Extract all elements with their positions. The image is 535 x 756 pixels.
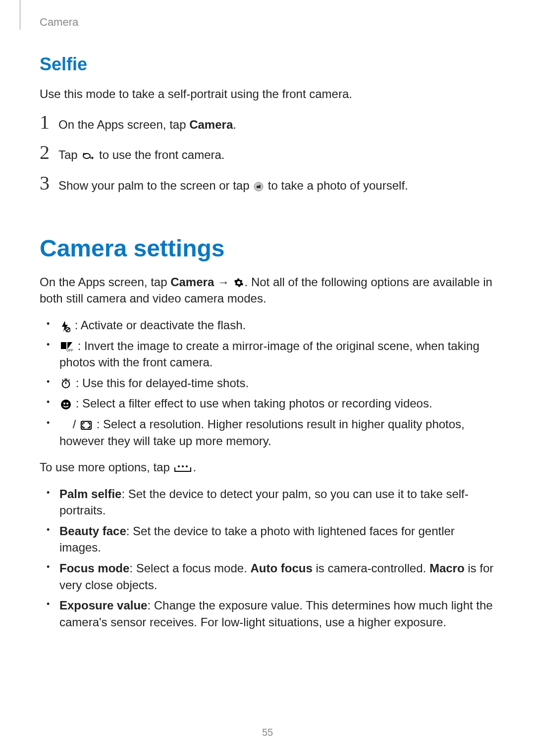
palm-label: Palm selfie xyxy=(59,487,121,501)
svg-rect-1 xyxy=(257,186,261,188)
step-number: 2 xyxy=(40,143,58,162)
flash-off-icon xyxy=(60,320,70,332)
flash-desc: : Activate or deactivate the flash. xyxy=(71,318,246,332)
svg-text:OFF: OFF xyxy=(66,349,73,352)
resolution-sep: / xyxy=(69,417,79,431)
settings-intro-pre: On the Apps screen, tap xyxy=(40,275,170,289)
page-number: 55 xyxy=(0,725,535,739)
selfie-heading: Selfie xyxy=(40,52,495,77)
more-intro-pre: To use more options, tap xyxy=(40,460,173,474)
mirror-desc: : Invert the image to create a mirror-im… xyxy=(59,339,480,369)
page-border-mark xyxy=(20,0,20,30)
step-2-post: to use the front camera. xyxy=(96,148,224,161)
more-intro-post: . xyxy=(193,460,196,474)
svg-line-12 xyxy=(62,380,63,381)
resolution-desc: : Select a resolution. Higher resolution… xyxy=(59,417,465,448)
list-item-filter: : Select a filter effect to use when tak… xyxy=(40,395,495,412)
list-item-focus-mode: Focus mode: Select a focus mode. Auto fo… xyxy=(40,560,495,593)
svg-rect-5 xyxy=(61,342,66,349)
exposure-label: Exposure value xyxy=(59,599,147,612)
step-3-post: to take a photo of yourself. xyxy=(265,179,408,192)
focus-desc2: is camera-controlled. xyxy=(313,561,429,575)
step-1-post: . xyxy=(233,118,236,131)
camera-settings-heading: Camera settings xyxy=(40,232,495,265)
step-3-pre: Show your palm to the screen or tap xyxy=(58,179,253,192)
svg-point-14 xyxy=(63,403,65,404)
focus-bold2: Macro xyxy=(429,561,465,575)
switch-camera-icon xyxy=(82,151,95,161)
list-item-timer: : Use this for delayed-time shots. xyxy=(40,375,495,392)
step-1-bold: Camera xyxy=(189,118,233,131)
step-2-text: Tap to use the front camera. xyxy=(58,147,495,163)
settings-intro-bold: Camera xyxy=(170,275,214,289)
svg-marker-6 xyxy=(67,342,72,349)
header-section-label: Camera xyxy=(40,15,495,30)
svg-point-18 xyxy=(182,465,184,467)
resolution-large-icon xyxy=(80,420,92,430)
step-2: 2 Tap to use the front camera. xyxy=(40,143,495,163)
step-1: 1 On the Apps screen, tap Camera. xyxy=(40,112,495,133)
list-item-mirror: OFF : Invert the image to create a mirro… xyxy=(40,338,495,371)
svg-point-15 xyxy=(66,403,68,404)
mirror-off-icon: OFF xyxy=(60,342,73,352)
step-number: 3 xyxy=(40,173,58,193)
list-item-resolution: / : Select a resolution. Higher resoluti… xyxy=(40,416,495,449)
more-options-icon xyxy=(174,464,192,472)
camera-settings-intro: On the Apps screen, tap Camera → . Not a… xyxy=(40,274,495,307)
list-item-beauty-face: Beauty face: Set the device to take a ph… xyxy=(40,523,495,556)
step-2-pre: Tap xyxy=(58,148,81,161)
focus-bold1: Auto focus xyxy=(250,561,312,575)
step-3: 3 Show your palm to the screen or tap to… xyxy=(40,173,495,194)
step-1-pre: On the Apps screen, tap xyxy=(58,118,189,131)
selfie-steps: 1 On the Apps screen, tap Camera. 2 Tap … xyxy=(40,112,495,194)
svg-point-13 xyxy=(61,400,71,409)
more-options-intro: To use more options, tap . xyxy=(40,459,495,476)
filter-desc: : Select a filter effect to use when tak… xyxy=(72,397,432,410)
list-item-exposure-value: Exposure value: Change the exposure valu… xyxy=(40,597,495,630)
more-options-list: Palm selfie: Set the device to detect yo… xyxy=(40,486,495,631)
shutter-icon xyxy=(254,182,264,192)
step-number: 1 xyxy=(40,112,58,132)
gear-icon xyxy=(234,278,244,288)
page: Camera Selfie Use this mode to take a se… xyxy=(0,0,535,756)
focus-label: Focus mode xyxy=(59,561,129,575)
filter-icon xyxy=(60,399,71,410)
selfie-intro: Use this mode to take a self-portrait us… xyxy=(40,86,495,102)
list-item-palm-selfie: Palm selfie: Set the device to detect yo… xyxy=(40,486,495,519)
svg-point-19 xyxy=(186,465,188,467)
list-item-flash: : Activate or deactivate the flash. xyxy=(40,317,495,334)
settings-intro-arrow: → xyxy=(214,275,232,289)
timer-desc: : Use this for delayed-time shots. xyxy=(72,376,249,390)
settings-icon-list: : Activate or deactivate the flash. OFF … xyxy=(40,317,495,449)
svg-line-11 xyxy=(69,380,70,381)
beauty-label: Beauty face xyxy=(59,524,126,538)
step-3-text: Show your palm to the screen or tap to t… xyxy=(58,177,495,194)
svg-line-4 xyxy=(66,328,69,331)
timer-icon xyxy=(60,378,71,389)
svg-point-17 xyxy=(178,465,180,467)
svg-rect-2 xyxy=(259,185,261,186)
focus-desc1: : Select a focus mode. xyxy=(129,561,250,575)
step-1-text: On the Apps screen, tap Camera. xyxy=(58,116,495,133)
